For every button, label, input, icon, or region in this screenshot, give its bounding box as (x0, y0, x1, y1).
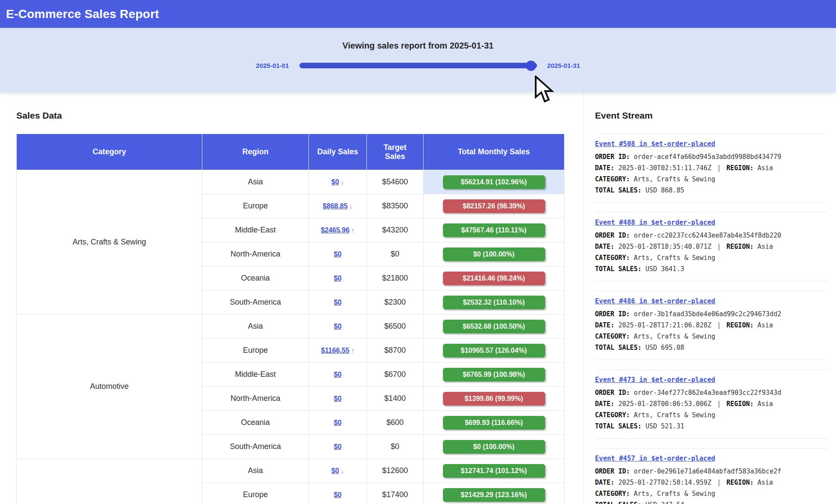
total-monthly-sales-cell: $21416.46 (98.24%) (424, 266, 564, 290)
page-title: E-Commerce Sales Report (6, 7, 159, 21)
daily-sales-link[interactable]: $0 (334, 443, 342, 450)
daily-sales-link[interactable]: $0 (334, 323, 342, 330)
category-value: Arts, Crafts & Sewing (634, 175, 715, 183)
event-link[interactable]: Event #486 in $et-order-placed (595, 297, 715, 305)
category-label: CATEGORY: (595, 490, 630, 498)
daily-sales-link[interactable]: $868.85 (323, 202, 348, 210)
date-value: 2025-01-28T17:21:06.828Z (618, 321, 711, 329)
total-sales-badge: $21429.29 (123.16%) (443, 488, 545, 502)
event-entry: Event #508 in $et-order-placedORDER ID: … (595, 134, 827, 203)
event-link[interactable]: Event #473 in $et-order-placed (595, 376, 715, 384)
daily-sales-link[interactable]: $0 (334, 491, 342, 498)
separator: | (711, 243, 726, 250)
col-header-daily-sales: Daily Sales (309, 134, 367, 170)
event-total-sales-line: TOTAL SALES: USD 868.85 (595, 185, 827, 196)
region-cell: Oceania (202, 266, 309, 290)
region-cell: Middle-East (202, 218, 309, 242)
daily-sales-link[interactable]: $0 (331, 178, 339, 186)
region-cell: Europe (202, 339, 309, 363)
daily-sales-cell: $0 (309, 363, 367, 387)
separator: | (711, 164, 726, 172)
date-label: DATE: (595, 321, 614, 329)
target-sales-cell: $17400 (367, 483, 424, 504)
total-sales-value: USD 521.31 (645, 422, 684, 430)
total-monthly-sales-cell: $10965.57 (126.04%) (424, 339, 564, 363)
separator: | (711, 479, 726, 486)
event-category-line: CATEGORY: Arts, Crafts & Sewing (595, 331, 827, 342)
region-label: REGION: (726, 321, 754, 329)
daily-sales-link[interactable]: $0 (331, 467, 339, 474)
daily-sales-link[interactable]: $0 (334, 395, 342, 402)
daily-sales-link[interactable]: $1166.55 (321, 347, 349, 354)
event-date-region-line: DATE: 2025-01-28T17:21:06.828Z | REGION:… (595, 320, 827, 331)
trend-up-icon: ↑ (351, 226, 355, 234)
daily-sales-cell: $0 (309, 411, 367, 435)
event-total-sales-line: TOTAL SALES: USD 521.31 (595, 421, 827, 432)
target-sales-cell: $6500 (367, 315, 424, 339)
event-category-line: CATEGORY: Arts, Crafts & Sewing (595, 252, 827, 263)
category-label: CATEGORY: (595, 333, 630, 340)
order-id-value: order-acef4fa66bd945a3abdd9980bd434779 (634, 153, 781, 161)
total-sales-badge: $10965.57 (126.04%) (443, 344, 545, 357)
region-label: REGION: (726, 164, 754, 172)
total-sales-value: USD 347.54 (645, 501, 684, 504)
date-label: DATE: (595, 400, 614, 408)
slider-min-label: 2025-01-01 (256, 62, 289, 69)
category-cell (17, 459, 202, 504)
daily-sales-cell: $0 (309, 435, 367, 459)
total-sales-label: TOTAL SALES: (595, 344, 641, 351)
region-cell: South-America (202, 435, 309, 459)
category-label: CATEGORY: (595, 254, 630, 262)
total-sales-value: USD 3641.3 (645, 265, 684, 273)
order-id-label: ORDER ID: (595, 389, 630, 397)
daily-sales-link[interactable]: $0 (334, 275, 342, 282)
region-cell: Europe (202, 483, 309, 504)
col-header-target-sales: Target Sales (367, 134, 424, 170)
separator: | (711, 321, 726, 329)
target-sales-cell: $21800 (367, 266, 424, 290)
event-entry: Event #457 in $et-order-placedORDER ID: … (595, 448, 827, 504)
total-sales-badge: $0 (100.00%) (443, 440, 545, 454)
daily-sales-link[interactable]: $2465.96 (321, 226, 350, 234)
order-id-label: ORDER ID: (595, 153, 630, 161)
date-label: DATE: (595, 243, 614, 250)
event-total-sales-line: TOTAL SALES: USD 3641.3 (595, 263, 827, 275)
total-sales-label: TOTAL SALES: (595, 265, 641, 273)
date-value: 2025-01-27T02:58:14.959Z (618, 479, 711, 486)
region-value: Asia (757, 400, 773, 408)
category-value: Arts, Crafts & Sewing (634, 254, 715, 262)
total-sales-label: TOTAL SALES: (595, 186, 641, 194)
trend-down-icon: ↓ (349, 202, 353, 210)
table-header-row: Category Region Daily Sales Target Sales… (17, 134, 564, 170)
event-order-id-line: ORDER ID: order-3b1faad35bde4e06ad99c2c2… (595, 309, 827, 320)
region-cell: South-America (202, 290, 309, 315)
target-sales-cell: $12600 (367, 459, 424, 483)
daily-sales-link[interactable]: $0 (334, 250, 342, 258)
daily-sales-link[interactable]: $0 (334, 371, 342, 378)
event-link[interactable]: Event #508 in $et-order-placed (595, 140, 715, 148)
col-header-total-monthly-sales: Total Monthly Sales (424, 134, 564, 170)
order-id-label: ORDER ID: (595, 232, 630, 239)
sales-data-panel: Sales Data Category Region Daily Sales T… (0, 92, 583, 504)
event-link[interactable]: Event #457 in $et-order-placed (595, 455, 715, 462)
date-slider-track[interactable] (299, 63, 537, 68)
event-stream-list: Event #508 in $et-order-placedORDER ID: … (595, 134, 827, 504)
event-order-id-line: ORDER ID: order-0e2961e71a6e484abfadf583… (595, 466, 827, 477)
order-id-value: order-0e2961e71a6e484abfadf583a36bce2f (634, 467, 781, 475)
trend-down-icon: ↓ (341, 467, 344, 474)
date-slider-handle[interactable] (526, 61, 536, 71)
target-sales-cell: $43200 (367, 218, 424, 242)
event-entry: Event #488 in $et-order-placedORDER ID: … (595, 212, 827, 281)
daily-sales-cell: $0 (309, 290, 367, 315)
target-sales-cell: $8700 (367, 339, 424, 363)
total-sales-badge: $699.93 (116.66%) (443, 416, 545, 430)
event-stream-heading: Event Stream (595, 110, 827, 121)
order-id-value: order-34ef277c862e4a3eaaf903cc22f9343d (634, 389, 781, 397)
trend-up-icon: ↑ (351, 347, 354, 354)
total-monthly-sales-cell: $47567.46 (110.11%) (424, 218, 564, 242)
daily-sales-link[interactable]: $0 (334, 419, 342, 426)
sales-table: Category Region Daily Sales Target Sales… (16, 134, 564, 504)
event-link[interactable]: Event #488 in $et-order-placed (595, 219, 715, 226)
event-category-line: CATEGORY: Arts, Crafts & Sewing (595, 488, 827, 499)
daily-sales-link[interactable]: $0 (334, 299, 342, 306)
